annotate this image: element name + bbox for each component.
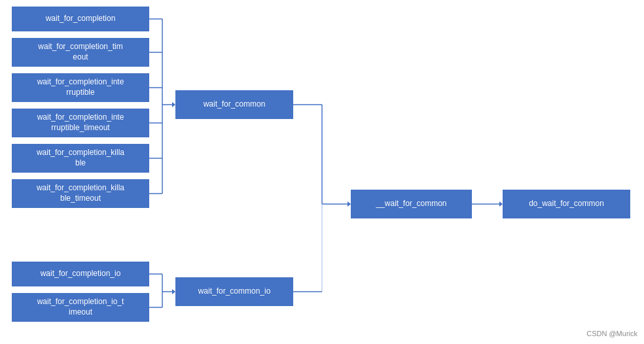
node-wait-for-completion-timeout: wait_for_completion_timeout: [12, 38, 149, 67]
node-wait-for-completion-killable-timeout: wait_for_completion_killable_timeout: [12, 179, 149, 208]
node-wait-for-completion-io-timeout: wait_for_completion_io_timeout: [12, 293, 149, 322]
watermark: CSDN @Murick: [586, 330, 637, 337]
node-wait-for-completion: wait_for_completion: [12, 7, 149, 31]
node-wait-for-completion-killable: wait_for_completion_killable: [12, 144, 149, 173]
diagram-container: wait_for_completion wait_for_completion_…: [0, 0, 644, 344]
node-wait-for-common: wait_for_common: [175, 90, 293, 119]
node-wait-for-common-private: __wait_for_common: [351, 190, 472, 218]
node-do-wait-for-common: do_wait_for_common: [503, 190, 630, 218]
node-wait-for-completion-interruptible: wait_for_completion_interruptible: [12, 73, 149, 102]
node-wait-for-common-io: wait_for_common_io: [175, 277, 293, 306]
node-wait-for-completion-interruptible-timeout: wait_for_completion_interruptible_timeou…: [12, 109, 149, 137]
node-wait-for-completion-io: wait_for_completion_io: [12, 262, 149, 286]
